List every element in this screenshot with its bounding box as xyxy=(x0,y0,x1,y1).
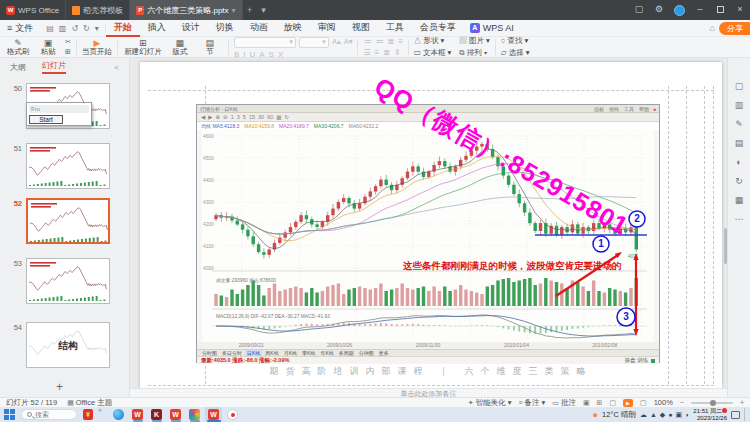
notification-center-icon[interactable] xyxy=(731,411,740,419)
taskbar-clock[interactable]: 21:51 周二 2023/12/26 xyxy=(693,408,727,422)
close-button[interactable]: × xyxy=(730,0,750,20)
font-family-select[interactable]: ▾ xyxy=(234,37,296,48)
add-slide-button[interactable]: + xyxy=(56,380,63,394)
shapes-button[interactable]: △ 形状 ▾ xyxy=(414,36,452,46)
print-icon[interactable]: ▥ xyxy=(59,24,67,33)
numbered-list-icon[interactable]: ≕ xyxy=(375,37,383,46)
collapse-panel-icon[interactable]: < xyxy=(114,63,119,72)
slide-thumbnail-52[interactable] xyxy=(26,198,110,244)
chart-menu-画线[interactable]: 画线 xyxy=(609,106,619,112)
zoom-slider[interactable] xyxy=(691,402,733,404)
tray-icon-2[interactable]: ▲ xyxy=(650,411,657,419)
side-tool-icon-7[interactable]: ▦ xyxy=(728,195,750,205)
decrease-font-icon[interactable]: A▾ xyxy=(344,37,353,48)
split-view-icon[interactable]: ▢ xyxy=(629,0,649,20)
comments-button[interactable]: ▭ 批注 xyxy=(552,398,576,408)
tray-icon-3[interactable]: ◆ xyxy=(660,411,665,419)
file-menu-button[interactable]: ≡ 文件 xyxy=(0,22,40,35)
taskbar-app-recorder[interactable] xyxy=(224,407,241,422)
zoom-out-button[interactable]: − xyxy=(680,399,684,406)
menu-tab-动画[interactable]: 动画 xyxy=(242,20,276,37)
show-desktop-button[interactable] xyxy=(744,408,746,421)
tab-dropdown-icon[interactable]: ▾ xyxy=(232,6,236,15)
side-tool-icon-2[interactable]: ▥ xyxy=(728,100,750,110)
menu-tab-审阅[interactable]: 审阅 xyxy=(310,20,344,37)
chart-period-3[interactable]: 3 xyxy=(237,114,240,120)
align-left-icon[interactable]: ☰ xyxy=(363,48,370,57)
find-button[interactable]: ○ 查找 ▾ xyxy=(501,36,530,46)
recorder-start-button[interactable]: Start xyxy=(29,115,63,124)
chart-menu-工具[interactable]: 工具 xyxy=(624,106,634,112)
chart-tab-分时图[interactable]: 分时图 xyxy=(200,350,219,356)
slide-editor-canvas[interactable]: 当然，也会有失败的案例：这个例子当中，趋势起爆的三个条件其实都很符合的，有标K线… xyxy=(130,58,727,388)
line-spacing-icon[interactable]: ⇕ xyxy=(394,48,401,57)
tray-icon-5[interactable]: ▣ xyxy=(675,411,682,419)
taskbar-app-photos[interactable] xyxy=(186,407,203,422)
share-button[interactable]: 分享 xyxy=(719,22,750,35)
picture-button[interactable]: ▨ 图片 ▾ xyxy=(459,36,489,46)
new-tab-button[interactable]: + xyxy=(243,5,257,15)
taskbar-search[interactable]: 搜索 xyxy=(21,409,77,420)
chart-refresh-icon[interactable]: ↻ xyxy=(284,114,289,120)
fullscreen-icon[interactable]: ▢ xyxy=(640,399,647,407)
taskbar-app-browser[interactable] xyxy=(110,407,127,422)
layout-button[interactable]: ▦ 版式 xyxy=(167,39,193,56)
normal-view-icon[interactable]: ▣ xyxy=(583,399,590,407)
select-button[interactable]: ▱ 选择 ▾ xyxy=(501,48,530,58)
reading-view-icon[interactable]: ▢ xyxy=(609,399,616,407)
menu-tab-切换[interactable]: 切换 xyxy=(208,20,242,37)
user-avatar[interactable] xyxy=(674,5,685,16)
home-icon[interactable]: ⌂ xyxy=(710,23,715,33)
menu-tab-插入[interactable]: 插入 xyxy=(140,20,174,37)
menu-tab-设计[interactable]: 设计 xyxy=(174,20,208,37)
chart-tab-日K线[interactable]: 日K线 xyxy=(245,350,262,356)
menu-tab-放映[interactable]: 放映 xyxy=(276,20,310,37)
chart-zoom-in-icon[interactable]: ⊕ xyxy=(215,114,220,120)
menu-tab-视图[interactable]: 视图 xyxy=(344,20,378,37)
side-tool-icon-1[interactable]: ▢ xyxy=(728,81,750,91)
notes-button[interactable]: ≡ 备注 ▾ xyxy=(518,398,545,408)
paste-button[interactable]: ▣ 粘贴 xyxy=(35,39,61,56)
menu-tab-会员专享[interactable]: 会员专享 xyxy=(412,20,464,37)
side-tool-icon-4[interactable]: ▤ xyxy=(728,138,750,148)
side-tool-icon-5[interactable]: ◐ xyxy=(728,157,750,167)
chart-period-60[interactable]: 60 xyxy=(267,114,273,120)
template-store-tab[interactable]: 稻壳荐模板 xyxy=(66,0,130,20)
align-right-icon[interactable]: ≣ xyxy=(383,48,390,57)
app-tab-wps-office[interactable]: W WPS Office xyxy=(0,0,66,20)
bullet-list-icon[interactable]: ≔ xyxy=(363,37,371,46)
start-button[interactable] xyxy=(4,409,15,420)
chart-menu-帮助[interactable]: 帮助 xyxy=(639,106,649,112)
chart-period-1[interactable]: 1 xyxy=(231,114,234,120)
redo-icon[interactable]: ↻ xyxy=(83,24,90,33)
weather-label[interactable]: 12°C 晴朗 xyxy=(602,410,636,420)
chart-mode-labels[interactable]: 操盘 训练 xyxy=(624,357,648,364)
align-center-icon[interactable]: ≡ xyxy=(375,48,380,57)
beautify-button[interactable]: ✦ 智能美化 ▾ xyxy=(468,398,512,408)
quick-access-caret-icon[interactable]: ▾ xyxy=(95,24,99,33)
slide-thumbnail-53[interactable] xyxy=(26,258,110,304)
sorter-view-icon[interactable]: ⊞ xyxy=(597,399,603,407)
chart-tab-季K线[interactable]: 季K线 xyxy=(300,350,317,356)
increase-font-icon[interactable]: A▴ xyxy=(332,37,341,48)
chart-tab-年K线[interactable]: 年K线 xyxy=(318,350,335,356)
slide-52-canvas[interactable]: 当然，也会有失败的案例：这个例子当中，趋势起爆的三个条件其实都很符合的，有标K线… xyxy=(140,62,722,388)
side-tool-icon-3[interactable]: ✎ xyxy=(728,119,750,129)
tab-outline[interactable]: 大纲 xyxy=(10,62,26,73)
tab-list-icon[interactable]: ▾ xyxy=(257,5,271,15)
zoom-level[interactable]: 100% xyxy=(654,398,673,407)
indent-left-icon[interactable]: ≣ xyxy=(387,37,394,46)
zoom-slider-knob[interactable] xyxy=(710,400,716,406)
chart-tab-分钟图[interactable]: 分钟图 xyxy=(357,350,376,356)
play-from-current-button[interactable]: ▶ 当页开始 xyxy=(82,39,112,56)
chart-grid-icon[interactable]: ▦ xyxy=(276,114,281,120)
taskbar-app-stock-app[interactable]: K xyxy=(148,407,165,422)
format-painter-button[interactable]: ✎ 格式刷 xyxy=(5,39,31,56)
menu-tab-工具[interactable]: 工具 xyxy=(378,20,412,37)
new-slide-button[interactable]: ⊞ 新建幻灯片 xyxy=(123,39,163,56)
cut-icon[interactable]: ✂ xyxy=(65,38,71,46)
promo-app-icon[interactable]: ¥ xyxy=(83,409,93,420)
slide-annotation-text[interactable]: 这些条件都刚刚满足的时候，波段做空肯定要进场的 xyxy=(403,260,622,273)
copy-icon[interactable]: ⊞ xyxy=(65,48,71,56)
chart-menu-指标[interactable]: 指标 xyxy=(594,106,604,112)
